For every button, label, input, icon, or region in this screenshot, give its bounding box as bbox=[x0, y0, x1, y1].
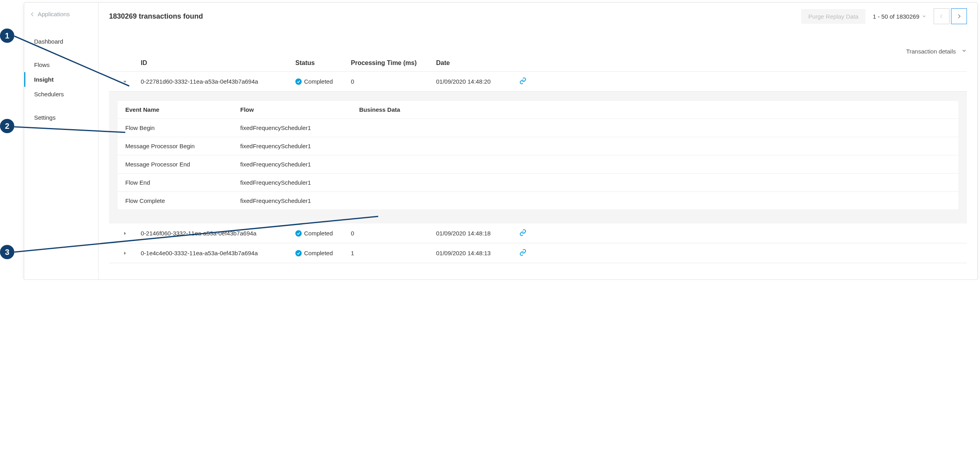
col-date: Date bbox=[436, 59, 519, 67]
app-window: Applications Dashboard Flows Insight Sch… bbox=[24, 2, 978, 280]
svg-marker-4 bbox=[124, 232, 126, 235]
chevron-down-icon bbox=[961, 48, 967, 54]
event-row: Flow Begin fixedFrequencyScheduler1 bbox=[117, 119, 959, 137]
sidebar-item-flows[interactable]: Flows bbox=[24, 57, 98, 72]
link-icon[interactable] bbox=[519, 77, 543, 86]
pager-next-button[interactable] bbox=[951, 8, 967, 24]
page-title: 1830269 transactions found bbox=[109, 12, 203, 21]
status-completed-icon bbox=[295, 78, 302, 85]
event-row: Flow End fixedFrequencyScheduler1 bbox=[117, 174, 959, 192]
table-header: ID Status Processing Time (ms) Date bbox=[109, 59, 967, 72]
sidebar-item-settings[interactable]: Settings bbox=[24, 110, 98, 125]
back-label: Applications bbox=[38, 11, 70, 17]
purge-replay-button[interactable]: Purge Replay Data bbox=[801, 9, 866, 24]
sidebar: Applications Dashboard Flows Insight Sch… bbox=[24, 3, 99, 279]
sub-table-header: Event Name Flow Business Data bbox=[117, 101, 959, 119]
transaction-details-toggle[interactable]: Transaction details bbox=[109, 48, 967, 59]
status-completed-icon bbox=[295, 230, 302, 237]
chevron-right-icon bbox=[956, 13, 962, 19]
pager bbox=[934, 8, 967, 24]
sidebar-item-dashboard[interactable]: Dashboard bbox=[24, 34, 98, 49]
cell-id: 0-2146f060-3332-11ea-a53a-0ef43b7a694a bbox=[141, 230, 295, 237]
chevron-left-icon bbox=[939, 13, 944, 19]
annotation-1: 1 bbox=[0, 29, 14, 43]
svg-marker-5 bbox=[124, 252, 126, 255]
cell-ptime: 0 bbox=[351, 230, 436, 237]
cell-date: 01/09/2020 14:48:20 bbox=[436, 78, 519, 85]
annotation-3: 3 bbox=[0, 245, 14, 259]
chevron-down-icon bbox=[922, 14, 926, 19]
svg-marker-3 bbox=[123, 81, 126, 83]
annotation-2: 2 bbox=[0, 119, 14, 133]
table-row[interactable]: 0-1e4c4e00-3332-11ea-a53a-0ef43b7a694a C… bbox=[109, 243, 967, 263]
cell-id: 0-1e4c4e00-3332-11ea-a53a-0ef43b7a694a bbox=[141, 250, 295, 256]
cell-ptime: 0 bbox=[351, 78, 436, 85]
main-content: 1830269 transactions found Purge Replay … bbox=[99, 3, 977, 279]
event-row: Message Processor Begin fixedFrequencySc… bbox=[117, 137, 959, 155]
table-row[interactable]: 0-22781d60-3332-11ea-a53a-0ef43b7a694a C… bbox=[109, 72, 967, 92]
link-icon[interactable] bbox=[519, 249, 543, 257]
caret-right-icon[interactable] bbox=[122, 251, 127, 256]
event-row: Message Processor End fixedFrequencySche… bbox=[117, 155, 959, 174]
expanded-events-panel: Event Name Flow Business Data Flow Begin… bbox=[109, 92, 967, 224]
col-status: Status bbox=[295, 59, 351, 67]
sidebar-item-schedulers[interactable]: Schedulers bbox=[24, 87, 98, 101]
caret-down-icon[interactable] bbox=[122, 79, 127, 84]
back-to-applications[interactable]: Applications bbox=[24, 8, 98, 26]
status-completed-icon bbox=[295, 250, 302, 256]
pager-prev-button[interactable] bbox=[934, 8, 949, 24]
caret-right-icon[interactable] bbox=[122, 231, 127, 236]
cell-status: Completed bbox=[304, 230, 333, 237]
event-row: Flow Complete fixedFrequencyScheduler1 bbox=[117, 192, 959, 210]
col-ptime: Processing Time (ms) bbox=[351, 59, 436, 67]
link-icon[interactable] bbox=[519, 229, 543, 237]
cell-id: 0-22781d60-3332-11ea-a53a-0ef43b7a694a bbox=[141, 78, 295, 85]
cell-date: 01/09/2020 14:48:18 bbox=[436, 230, 519, 237]
cell-status: Completed bbox=[304, 78, 333, 85]
topbar: 1830269 transactions found Purge Replay … bbox=[109, 8, 967, 48]
col-id: ID bbox=[141, 59, 295, 67]
table-row[interactable]: 0-2146f060-3332-11ea-a53a-0ef43b7a694a C… bbox=[109, 224, 967, 243]
arrow-left-icon bbox=[30, 11, 35, 17]
transactions-table: ID Status Processing Time (ms) Date 0-22… bbox=[109, 59, 967, 263]
pagination-dropdown[interactable]: 1 - 50 of 1830269 bbox=[873, 13, 926, 20]
cell-status: Completed bbox=[304, 250, 333, 256]
cell-date: 01/09/2020 14:48:13 bbox=[436, 250, 519, 256]
cell-ptime: 1 bbox=[351, 250, 436, 256]
sidebar-item-insight[interactable]: Insight bbox=[24, 72, 98, 87]
